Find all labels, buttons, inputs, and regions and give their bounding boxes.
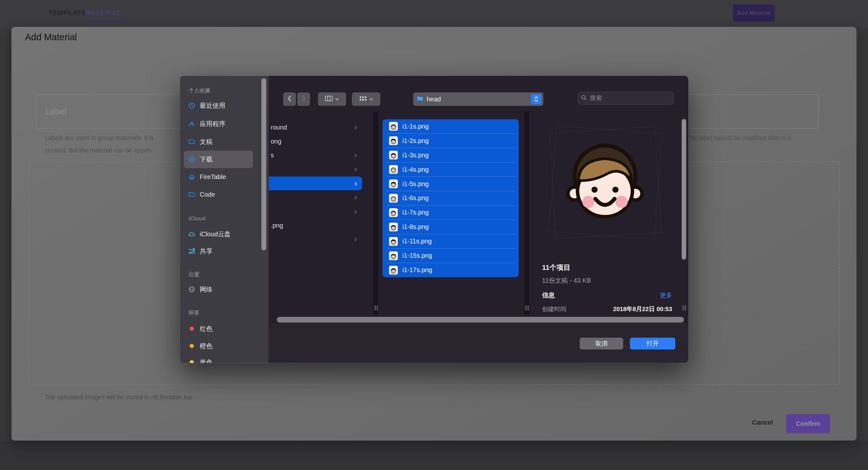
file-thumbnail-icon bbox=[389, 223, 398, 232]
chevron-left-icon bbox=[287, 95, 292, 103]
list-item[interactable]: › bbox=[269, 205, 373, 219]
chevron-right-icon: › bbox=[354, 165, 357, 173]
orange-tag-icon bbox=[188, 343, 195, 349]
browser-column-parent: round› ong s› › › › › .png › bbox=[269, 112, 373, 315]
preview-avatar-image bbox=[557, 134, 653, 230]
cloud-icon bbox=[188, 231, 195, 238]
file-row[interactable]: i1-4s.png bbox=[382, 163, 519, 177]
back-button[interactable] bbox=[283, 92, 296, 106]
list-item[interactable]: › bbox=[269, 232, 373, 246]
file-thumbnail-icon bbox=[389, 194, 398, 203]
sidebar-section-favorites: 个人收藏 bbox=[189, 87, 210, 94]
search-field[interactable] bbox=[578, 92, 674, 105]
list-item[interactable]: ong bbox=[269, 134, 373, 148]
sidebar-item-tag-yellow[interactable]: 黄色 bbox=[180, 357, 260, 363]
file-row[interactable]: i1-2s.png bbox=[382, 134, 519, 148]
chevron-right-icon: › bbox=[354, 180, 357, 187]
tab-material[interactable]: MATERIAL bbox=[85, 9, 121, 17]
file-thumbnail-icon bbox=[389, 165, 398, 174]
label-helper-line1-right: The label cannot be modified after it is bbox=[686, 134, 792, 142]
sidebar-item-code[interactable]: Code bbox=[180, 189, 260, 199]
file-row[interactable]: i1-15s.png bbox=[382, 248, 519, 263]
add-material-button[interactable]: Add Material bbox=[733, 4, 775, 22]
columns-view-icon bbox=[325, 96, 333, 102]
search-input[interactable] bbox=[589, 94, 671, 102]
tab-material-underline bbox=[85, 21, 125, 22]
file-row[interactable]: i1-8s.png bbox=[382, 219, 519, 234]
tab-template[interactable]: TEMPLATE bbox=[49, 9, 86, 17]
chevron-right-icon: › bbox=[354, 235, 357, 243]
preview-summary: 11份文稿 - 43 KB bbox=[542, 276, 672, 285]
horizontal-scrollbar[interactable] bbox=[277, 317, 684, 323]
file-row[interactable]: i1-5s.png bbox=[382, 177, 519, 191]
page: TEMPLATE MATERIAL Add Material Add Mater… bbox=[0, 0, 868, 470]
sidebar-scrollbar[interactable] bbox=[261, 78, 266, 251]
column-resize-handle[interactable] bbox=[374, 305, 378, 311]
chevron-right-icon: › bbox=[354, 123, 357, 131]
column-view-button[interactable] bbox=[318, 92, 346, 106]
file-row[interactable]: i1-7s.png bbox=[382, 205, 519, 219]
group-view-button[interactable] bbox=[352, 92, 380, 106]
list-item[interactable]: s› bbox=[269, 148, 373, 162]
forward-button[interactable] bbox=[297, 92, 310, 106]
sidebar-item-shared[interactable]: 共享 bbox=[180, 246, 260, 256]
info-label: 信息 bbox=[542, 291, 555, 300]
sidebar-item-recents[interactable]: 最近使用 bbox=[180, 101, 260, 110]
selected-folder-row[interactable]: › bbox=[264, 176, 362, 190]
label-helper-line2: created, but the material can be appen bbox=[45, 146, 152, 154]
dialog-open-button[interactable]: 打开 bbox=[630, 337, 675, 349]
folder-icon bbox=[188, 191, 195, 198]
column-resize-handle[interactable] bbox=[525, 305, 529, 311]
dialog-sidebar: 个人收藏 最近使用 应用程序 文稿 下载 FireTable bbox=[180, 76, 269, 363]
column-resize-handle[interactable] bbox=[682, 305, 686, 311]
cancel-button[interactable]: Cancel bbox=[745, 419, 780, 426]
search-icon bbox=[581, 95, 587, 102]
list-item[interactable]: › bbox=[269, 162, 373, 176]
download-icon bbox=[188, 156, 195, 163]
file-thumbnail-icon bbox=[389, 151, 398, 159]
chevron-right-icon: › bbox=[354, 194, 357, 201]
chevron-down-icon bbox=[335, 96, 339, 102]
file-row[interactable]: i1-17s.png bbox=[382, 263, 519, 277]
sidebar-item-documents[interactable]: 文稿 bbox=[180, 137, 260, 146]
file-row[interactable]: i1-3s.png bbox=[382, 148, 519, 163]
label-helper-line1-left: Labels are used to group materials. It i… bbox=[45, 134, 154, 142]
created-label: 创建时间 bbox=[542, 305, 566, 313]
file-thumbnail-icon bbox=[389, 122, 398, 131]
file-row[interactable]: i1-11s.png bbox=[382, 234, 519, 248]
file-thumbnail-icon bbox=[389, 179, 398, 188]
sidebar-item-network[interactable]: 网络 bbox=[180, 285, 260, 294]
dialog-cancel-button[interactable]: 取消 bbox=[580, 337, 623, 349]
chevron-right-icon bbox=[301, 95, 306, 103]
home-icon bbox=[188, 173, 195, 180]
file-thumbnail-icon bbox=[389, 251, 398, 260]
storage-note: The uploaded images will be stored in nf… bbox=[45, 393, 192, 401]
sidebar-section-locations: 位置 bbox=[189, 271, 199, 278]
column-divider bbox=[373, 112, 378, 315]
list-item[interactable]: › bbox=[269, 190, 373, 204]
selected-files-block: i1-1s.png i1-2s.png i1-3s.png i1-4s.png … bbox=[382, 119, 519, 277]
current-folder-dropdown[interactable]: head bbox=[413, 92, 543, 106]
shared-folder-icon bbox=[188, 247, 195, 255]
sidebar-section-icloud: iCloud bbox=[189, 215, 206, 223]
sidebar-item-tag-red[interactable]: 红色 bbox=[180, 324, 260, 333]
sidebar-item-icloud-drive[interactable]: iCloud云盘 bbox=[180, 229, 260, 239]
list-item[interactable]: .png bbox=[269, 218, 373, 232]
confirm-button[interactable]: Confirm bbox=[786, 414, 830, 433]
modal-title: Add Material bbox=[25, 32, 77, 42]
folder-stepper[interactable] bbox=[531, 94, 541, 104]
sidebar-item-firetable[interactable]: FireTable bbox=[180, 172, 260, 182]
preview-scrollbar[interactable] bbox=[682, 119, 686, 260]
sidebar-item-downloads[interactable]: 下载 bbox=[180, 154, 260, 164]
file-open-dialog: head round› ong s› › › › › .png › bbox=[180, 76, 688, 363]
sidebar-item-tag-orange[interactable]: 橙色 bbox=[180, 341, 260, 351]
sidebar-item-applications[interactable]: 应用程序 bbox=[180, 119, 260, 128]
appstore-icon bbox=[188, 120, 195, 127]
file-thumbnail-icon bbox=[389, 136, 398, 145]
column-divider bbox=[524, 112, 529, 315]
more-link[interactable]: 更多 bbox=[660, 291, 672, 300]
list-item[interactable]: round› bbox=[269, 120, 373, 134]
file-row[interactable]: i1-6s.png bbox=[382, 191, 519, 206]
globe-icon bbox=[188, 286, 195, 293]
file-row[interactable]: i1-1s.png bbox=[382, 119, 519, 134]
